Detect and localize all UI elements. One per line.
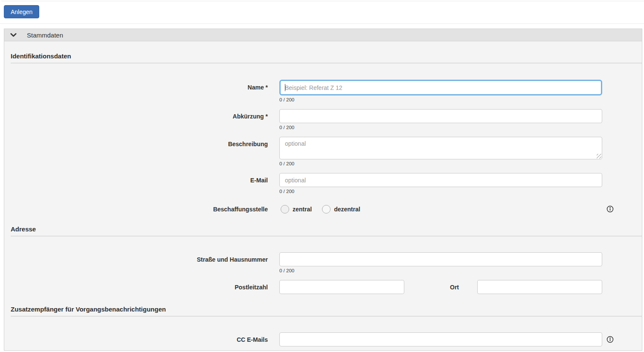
radio-zentral-label: zentral [293, 206, 312, 213]
toolbar-divider [0, 23, 644, 24]
stammdaten-panel-header[interactable]: Stammdaten [4, 29, 642, 41]
ort-input[interactable] [477, 280, 602, 294]
form-row-cc-emails: CC E-Mails [4, 332, 642, 346]
strasse-input[interactable] [279, 252, 602, 266]
beschreibung-label: Beschreibung [4, 137, 279, 148]
email-input[interactable] [279, 173, 602, 187]
section-heading-adresse: Adresse [11, 225, 642, 237]
abkuerzung-input[interactable] [279, 109, 602, 123]
radio-option-zentral[interactable]: zentral [281, 205, 312, 214]
abkuerzung-char-counter: 0 / 200 [279, 124, 602, 131]
stammdaten-panel: Stammdaten Identifikationsdaten Name * 0… [4, 29, 642, 351]
strasse-char-counter: 0 / 200 [279, 268, 602, 274]
postleitzahl-label: Postleitzahl [4, 280, 279, 291]
email-char-counter: 0 / 200 [279, 188, 602, 195]
cc-emails-label: CC E-Mails [4, 332, 279, 344]
strasse-label: Straße und Hausnummer [4, 252, 279, 264]
form-row-strasse: Straße und Hausnummer 0 / 200 [4, 252, 642, 274]
email-label: E-Mail [4, 173, 279, 185]
form-row-name: Name * 0 / 200 [4, 80, 642, 103]
toolbar: Anlegen [0, 0, 644, 18]
form-row-beschaffungsstelle: Beschaffungsstelle zentral dezentral [4, 205, 642, 214]
panel-title: Stammdaten [27, 32, 63, 39]
text-cursor [285, 84, 285, 91]
beschaffungsstelle-label: Beschaffungsstelle [4, 205, 279, 214]
section-heading-identifikationsdaten: Identifikationsdaten [11, 52, 642, 63]
beschreibung-textarea[interactable] [279, 137, 602, 159]
cc-emails-input[interactable] [279, 332, 602, 346]
form-row-beschreibung: Beschreibung 0 / 200 [4, 137, 642, 167]
section-heading-zusatzempfaenger: Zusatzempfänger für Vorgangsbenachrichti… [11, 306, 642, 317]
radio-option-dezentral[interactable]: dezentral [322, 205, 360, 214]
beschreibung-char-counter: 0 / 200 [279, 161, 602, 167]
beschaffungsstelle-radio-group: zentral dezentral [279, 205, 602, 214]
name-label: Name * [4, 80, 279, 92]
top-divider [1, 1, 644, 1]
form-row-plz-ort: Postleitzahl Ort [4, 280, 642, 294]
abkuerzung-label: Abkürzung * [4, 109, 279, 121]
name-char-counter: 0 / 200 [279, 97, 602, 103]
postleitzahl-input[interactable] [279, 280, 404, 294]
create-button[interactable]: Anlegen [4, 5, 39, 18]
radio-dezentral[interactable] [322, 205, 331, 214]
name-input[interactable] [279, 80, 602, 95]
ort-label: Ort [450, 280, 477, 291]
form-row-email: E-Mail 0 / 200 [4, 173, 642, 195]
info-icon[interactable] [606, 205, 614, 213]
stammdaten-panel-body: Identifikationsdaten Name * 0 / 200 Abkü… [4, 41, 642, 346]
chevron-down-icon [10, 33, 17, 37]
form-row-abkuerzung: Abkürzung * 0 / 200 [4, 109, 642, 131]
radio-dezentral-label: dezentral [334, 206, 360, 213]
radio-zentral[interactable] [281, 205, 289, 214]
info-icon[interactable] [606, 336, 614, 343]
